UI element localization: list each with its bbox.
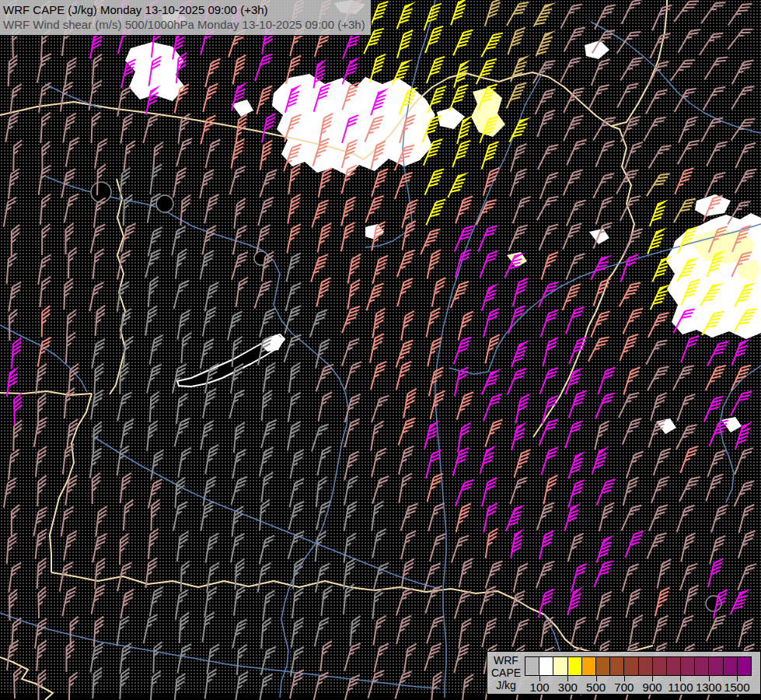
wind-barb-shear-strong	[341, 221, 354, 253]
title-line-cape: WRF CAPE (J/kg) Monday 13-10-2025 09:00 …	[3, 2, 365, 17]
wind-barb-shear-moderate	[40, 112, 50, 144]
wind-barb-shear-weak	[234, 585, 246, 617]
wind-barb-shear-very-strong	[567, 584, 584, 617]
wind-barb-shear-strong	[396, 359, 411, 391]
wind-barb-shear-moderate	[399, 472, 411, 504]
wind-barb-shear-moderate	[623, 562, 639, 593]
wind-barb-shear-moderate	[564, 167, 583, 199]
wind-barb-shear-moderate	[566, 251, 585, 283]
wind-barb-shear-weak	[90, 447, 102, 479]
wind-barb-shear-strong	[397, 276, 413, 308]
wind-barb-shear-moderate	[651, 474, 669, 506]
legend-cell	[582, 657, 596, 675]
legend-cell	[553, 657, 567, 675]
wind-barb-shear-moderate	[571, 615, 586, 647]
legend-cell	[639, 657, 653, 675]
wind-barb-shear-very-strong	[483, 306, 499, 338]
wind-barb-shear-weak	[120, 642, 131, 674]
wind-barb-shear-very-strong	[597, 532, 615, 565]
wind-barb-shear-moderate	[486, 558, 503, 590]
wind-barb-shear-moderate	[372, 393, 389, 425]
legend-cell	[596, 657, 610, 675]
wind-barb-shear-strong	[706, 362, 726, 394]
wind-barb-shear-weak	[205, 443, 218, 475]
wind-barb-shear-weak	[289, 499, 305, 531]
wind-barb-shear-weak	[117, 445, 129, 477]
wind-barb-shear-strong	[428, 471, 443, 503]
wind-barb-shear-weak	[285, 332, 302, 364]
wind-barb-shear-moderate	[65, 474, 77, 506]
wind-barb-shear-strong	[515, 447, 531, 479]
wind-barb-shear-weak	[173, 362, 187, 394]
wind-barb-shear-very-strong	[508, 303, 525, 335]
wind-barb-shear-moderate	[626, 587, 641, 619]
wind-barb-shear-moderate	[66, 136, 79, 168]
wind-barb-shear-strong	[316, 276, 330, 308]
wind-barb-shear-strong	[366, 281, 383, 313]
title-bar: WRF CAPE (J/kg) Monday 13-10-2025 09:00 …	[0, 0, 372, 36]
wind-barb-shear-moderate	[124, 140, 134, 172]
wind-barb-shear-strong	[432, 276, 446, 308]
wind-barb-shear-moderate	[36, 528, 47, 560]
wind-barb-shear-moderate	[731, 114, 756, 145]
wind-barb-shear-very-strong	[515, 393, 529, 425]
wind-barb-shear-very-strong	[730, 586, 751, 618]
wind-barb-shear-weak	[285, 303, 302, 335]
wind-barb-shear-weak	[237, 644, 247, 676]
wind-barb-shear-extreme	[397, 28, 413, 60]
wind-barb-shear-extreme	[426, 197, 445, 229]
wind-barb-shear-extreme	[397, 0, 416, 32]
wind-barb-shear-moderate	[95, 558, 105, 590]
wind-barb-shear-moderate	[120, 472, 131, 504]
wind-barb-shear-moderate	[9, 449, 19, 481]
wind-barb-shear-extreme	[453, 27, 473, 59]
wind-barb-shear-moderate	[37, 52, 51, 84]
wind-barb-shear-moderate	[738, 528, 756, 560]
wind-barb-shear-high	[511, 52, 530, 85]
wind-barb-shear-moderate	[647, 530, 666, 562]
wind-barb-shear-extreme	[652, 253, 672, 285]
wind-barb-shear-weak	[93, 667, 102, 698]
wind-barb-shear-moderate	[459, 557, 473, 589]
wind-barb-shear-weak	[150, 334, 163, 366]
wind-barb-shear-moderate	[679, 474, 700, 505]
wind-barb-shear-moderate	[230, 164, 246, 196]
wind-barb-shear-moderate	[703, 83, 725, 114]
wind-barb-shear-moderate	[454, 642, 469, 674]
wind-barb-shear-very-strong	[566, 305, 584, 337]
wind-barb-shear-very-strong	[707, 338, 728, 369]
wind-barb-shear-moderate	[510, 166, 527, 198]
wind-barb-shear-moderate	[4, 477, 16, 509]
wind-barb-shear-moderate	[39, 82, 51, 114]
wind-barb-shear-moderate	[678, 26, 700, 57]
legend-cell	[667, 657, 681, 675]
wind-barb-shear-moderate	[427, 614, 444, 646]
wind-barb-shear-strong	[371, 359, 386, 391]
cape-patch	[585, 40, 609, 59]
wind-barb-shear-weak	[120, 668, 129, 699]
wind-barb-shear-moderate	[255, 278, 272, 310]
wind-barb-shear-strong	[591, 309, 609, 341]
wind-barb-shear-moderate	[620, 54, 643, 84]
wind-barb-shear-strong	[623, 365, 640, 397]
wind-barb-shear-moderate	[37, 558, 47, 589]
wind-barb-shear-extreme	[651, 281, 672, 313]
legend-label-variable: CAPE	[487, 667, 525, 679]
wind-barb-shear-weak	[91, 389, 103, 421]
wind-barb-shear-moderate	[735, 140, 756, 172]
wind-barb-shear-very-strong	[625, 529, 643, 561]
wind-barb-shear-moderate	[117, 86, 131, 117]
wind-barb-shear-very-strong	[539, 587, 554, 619]
wind-barb-shear-weak	[176, 589, 188, 621]
wind-barb-shear-moderate	[42, 224, 50, 255]
wind-barb-shear-moderate	[204, 193, 218, 225]
wind-barb-shear-moderate	[13, 420, 22, 451]
wind-barb-shear-moderate	[120, 113, 133, 145]
wind-barb-shear-weak	[150, 163, 162, 195]
wind-barb-shear-moderate	[509, 589, 525, 621]
wind-barb-shear-weak	[147, 420, 158, 452]
wind-barb-shear-strong	[428, 336, 442, 368]
wind-barb-shear-very-strong	[594, 558, 613, 590]
legend-colorbar: 100300500700900110013001500	[525, 652, 760, 694]
wind-barb-shear-moderate	[728, 0, 752, 30]
